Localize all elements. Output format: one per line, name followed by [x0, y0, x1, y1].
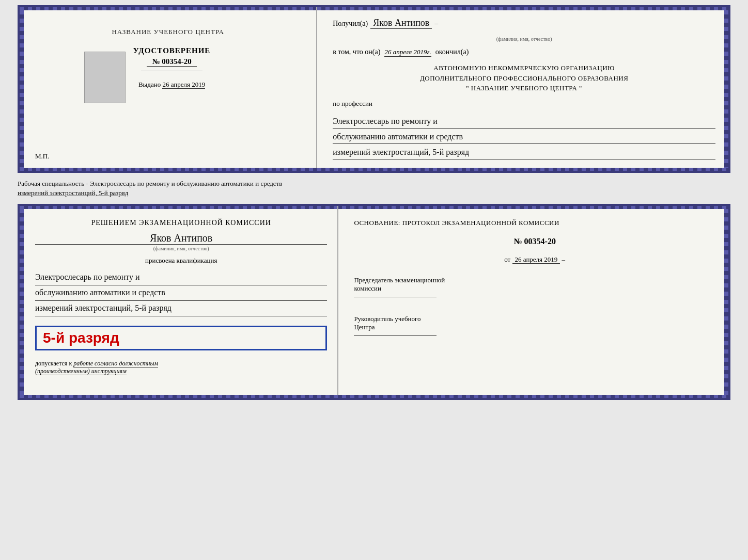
- predsedatel-signature-line: [354, 297, 437, 297]
- qualification-block: Электрослесарь по ремонту и обслуживанию…: [35, 270, 327, 316]
- predsedatel-line1: Председатель экзаменационной: [354, 276, 715, 284]
- fio-subtitle-top: (фамилия, имя, отчество): [333, 36, 715, 42]
- vydano-block: Выдано 26 апреля 2019: [138, 81, 205, 89]
- profession-line1: Электрослесарь по ремонту и: [333, 114, 715, 129]
- divider: [141, 71, 203, 71]
- udostoverenie-number: № 00354-20: [147, 57, 196, 67]
- vydano-date: 26 апреля 2019: [162, 81, 205, 89]
- poluchil-label: Получил(а): [333, 20, 368, 28]
- rukovoditel-line1: Руководитель учебного: [354, 315, 715, 323]
- vtom-date: 26 апреля 2019г.: [384, 48, 431, 57]
- dopuskaetsya-block: допускается к работе согласно должностны…: [35, 360, 327, 375]
- subtitle-line1: Рабочая специальность - Электрослесарь п…: [18, 179, 730, 188]
- po-professii-label: по профессии: [333, 100, 715, 108]
- dopuskaetsya-value: работе согласно должностным: [73, 360, 158, 367]
- ot-dash: –: [562, 255, 566, 263]
- prisvoena-label: присвоена квалификация: [35, 257, 327, 265]
- razryad-text: 5-й разряд: [43, 330, 119, 346]
- razryad-badge: 5-й разряд: [35, 326, 327, 350]
- bottom-name-block: Яков Антипов (фамилия, имя, отчество): [35, 232, 327, 251]
- top-right-panel: Получил(а) Яков Антипов – (фамилия, имя,…: [317, 7, 728, 171]
- udostoverenie-title: УДОСТОВЕРЕНИЕ: [133, 46, 211, 55]
- udostoverenie-block: УДОСТОВЕРЕНИЕ № 00354-20: [133, 46, 211, 67]
- bottom-right-border: [724, 209, 728, 395]
- org-block: АВТОНОМНУЮ НЕКОММЕРЧЕСКУЮ ОРГАНИЗАЦИЮ ДО…: [333, 63, 715, 93]
- recipient-name-top: Яков Антипов: [370, 18, 432, 29]
- rukovoditel-line2: Центра: [354, 323, 715, 331]
- protocol-number: № 00354-20: [354, 237, 715, 246]
- org-line2: ДОПОЛНИТЕЛЬНОГО ПРОФЕССИОНАЛЬНОГО ОБРАЗО…: [333, 73, 715, 84]
- recipient-name-bottom: Яков Антипов: [35, 232, 327, 245]
- profession-line2: обслуживанию автоматики и средств: [333, 130, 715, 144]
- top-document: НАЗВАНИЕ УЧЕБНОГО ЦЕНТРА УДОСТОВЕРЕНИЕ №…: [18, 5, 730, 173]
- center-content: УДОСТОВЕРЕНИЕ № 00354-20 Выдано 26 апрел…: [133, 46, 211, 89]
- bottom-document: Решением экзаменационной комиссии Яков А…: [18, 204, 730, 400]
- dash-decor: –: [434, 20, 438, 28]
- subtitle-line2: измерений электростанций, 5-й разряд: [18, 188, 730, 198]
- vtom-line: в том, что он(а) 26 апреля 2019г. окончи…: [333, 48, 715, 57]
- mp-block: М.П.: [30, 152, 49, 161]
- photo-and-content: УДОСТОВЕРЕНИЕ № 00354-20 Выдано 26 апрел…: [126, 46, 211, 103]
- okochil-label: окончил(а): [435, 48, 469, 56]
- right-border-decoration: [724, 10, 728, 168]
- profession-block: Электрослесарь по ремонту и обслуживанию…: [333, 114, 715, 161]
- top-center-title: НАЗВАНИЕ УЧЕБНОГО ЦЕНТРА: [112, 28, 224, 36]
- rukovoditel-signature-line: [354, 335, 437, 336]
- resheniem-label: Решением экзаменационной комиссии: [35, 219, 327, 227]
- bottom-right-panel: Основание: протокол экзаменационной коми…: [338, 206, 728, 398]
- ot-label: от: [504, 255, 510, 263]
- org-line1: АВТОНОМНУЮ НЕКОММЕРЧЕСКУЮ ОРГАНИЗАЦИЮ: [333, 63, 715, 73]
- top-left-panel: НАЗВАНИЕ УЧЕБНОГО ЦЕНТРА УДОСТОВЕРЕНИЕ №…: [20, 7, 317, 171]
- qual-line3: измерений электростанций, 5-й разряд: [35, 301, 327, 316]
- org-line3: " НАЗВАНИЕ УЧЕБНОГО ЦЕНТРА ": [333, 83, 715, 93]
- rukovoditel-block: Руководитель учебного Центра: [354, 315, 715, 340]
- dopuskaetsya-label: допускается к: [35, 360, 72, 367]
- photo-placeholder: [84, 52, 126, 103]
- osnovanie-label: Основание: протокол экзаменационной коми…: [354, 219, 715, 227]
- vtom-label: в том, что он(а): [333, 48, 380, 56]
- qual-line1: Электрослесарь по ремонту и: [35, 270, 327, 285]
- poluchil-line: Получил(а) Яков Антипов –: [333, 18, 715, 29]
- vydano-label: Выдано: [138, 81, 161, 88]
- ot-date-block: от 26 апреля 2019 –: [354, 255, 715, 264]
- qual-line2: обслуживанию автоматики и средств: [35, 285, 327, 301]
- ot-date-value: 26 апреля 2019: [512, 255, 560, 264]
- profession-line3: измерений электростанций, 5-й разряд: [333, 145, 715, 159]
- predsedatel-line2: комиссии: [354, 284, 715, 293]
- dopuskaetsya-value2: (производственным) инструкциям: [35, 367, 127, 375]
- predsedatel-block: Председатель экзаменационной комиссии: [354, 276, 715, 301]
- fio-subtitle-bottom: (фамилия, имя, отчество): [35, 246, 327, 251]
- subtitle-area: Рабочая специальность - Электрослесарь п…: [18, 177, 730, 200]
- bottom-left-panel: Решением экзаменационной комиссии Яков А…: [20, 206, 338, 398]
